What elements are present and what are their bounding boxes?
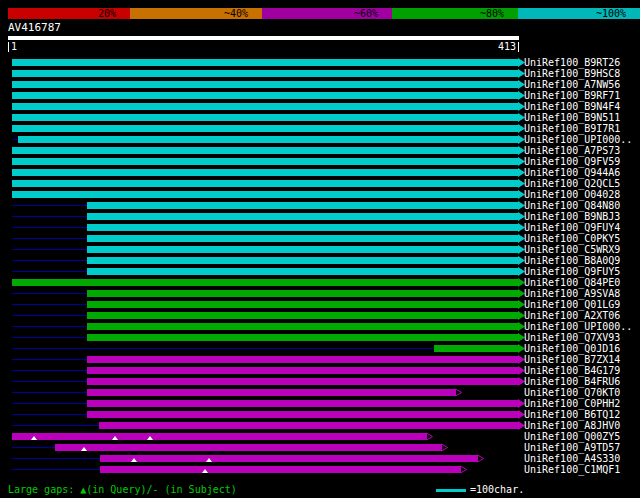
hit-bar[interactable] — [87, 334, 518, 341]
hit-label: UniRef100_Q01LG9 — [524, 299, 620, 310]
hit-bar[interactable] — [87, 301, 518, 308]
alignment-row: UniRef100_B4FRU6 — [0, 376, 640, 387]
hit-label: UniRef100_Q9FUY4 — [524, 222, 620, 233]
hit-label: UniRef100_Q70KT0 — [524, 387, 620, 398]
hit-arrow-icon — [477, 454, 485, 463]
gap-marker-icon — [147, 436, 153, 440]
unaligned-query-line — [12, 260, 87, 261]
hit-bar[interactable] — [12, 81, 518, 88]
alignment-overview-screen: 20%~40%~60%~80%~100% AV416787 1 413 UniR… — [0, 0, 640, 498]
hit-bar[interactable] — [87, 246, 518, 253]
unaligned-query-line — [12, 458, 100, 459]
unaligned-query-line — [12, 293, 87, 294]
gap-marker-icon — [112, 436, 118, 440]
alignment-row: UniRef100_Q9FUY4 — [0, 222, 640, 233]
hit-label: UniRef100_A7NW56 — [524, 79, 620, 90]
hit-label: UniRef100_B9RF71 — [524, 90, 620, 101]
hit-label: UniRef100_UPI000.. — [524, 321, 632, 332]
hit-bar[interactable] — [87, 224, 518, 231]
hit-bar[interactable] — [100, 455, 477, 462]
hit-label: UniRef100_Q7XV93 — [524, 332, 620, 343]
hit-bar[interactable] — [12, 180, 518, 187]
alignment-row: UniRef100_A7PS73 — [0, 145, 640, 156]
alignment-row: UniRef100_C0PHH2 — [0, 398, 640, 409]
hit-bar[interactable] — [12, 279, 518, 286]
hit-bar[interactable] — [12, 433, 426, 440]
alignment-row: UniRef100_C5WRX9 — [0, 244, 640, 255]
hit-bar[interactable] — [100, 466, 460, 473]
hit-label: UniRef100_B9RT26 — [524, 57, 620, 68]
unaligned-query-line — [12, 447, 55, 448]
hit-bar[interactable] — [87, 268, 518, 275]
hit-bar[interactable] — [87, 389, 455, 396]
hit-bar[interactable] — [87, 411, 518, 418]
alignment-row: UniRef100_B9RF71 — [0, 90, 640, 101]
hit-label: UniRef100_B9NBJ3 — [524, 211, 620, 222]
alignment-row: UniRef100_Q84N80 — [0, 200, 640, 211]
alignment-row: UniRef100_C1MQF1 — [0, 464, 640, 475]
unaligned-query-line — [12, 238, 87, 239]
hit-bar[interactable] — [12, 59, 518, 66]
scale-segment: ~100% — [518, 8, 640, 19]
hit-bar[interactable] — [12, 158, 518, 165]
alignment-row: UniRef100_B9RT26 — [0, 57, 640, 68]
hit-label: UniRef100_Q2QCL5 — [524, 178, 620, 189]
alignment-row: UniRef100_Q70KT0 — [0, 387, 640, 398]
hit-label: UniRef100_A4S330 — [524, 453, 620, 464]
hit-label: UniRef100_Q00ZY5 — [524, 431, 620, 442]
alignment-row: UniRef100_Q01LG9 — [0, 299, 640, 310]
hit-label: UniRef100_B9I7R1 — [524, 123, 620, 134]
hit-bar[interactable] — [55, 444, 441, 451]
query-name: AV416787 — [8, 22, 61, 33]
unaligned-query-line — [12, 249, 87, 250]
alignment-row: UniRef100_B8A0Q9 — [0, 255, 640, 266]
hit-bar[interactable] — [434, 345, 518, 352]
scale-segment: 20% — [8, 8, 130, 19]
alignment-row: UniRef100_Q84PE0 — [0, 277, 640, 288]
hit-label: UniRef100_A9TD57 — [524, 442, 620, 453]
alignment-row: UniRef100_B4G179 — [0, 365, 640, 376]
hit-bar[interactable] — [12, 92, 518, 99]
hit-label: UniRef100_B7ZX14 — [524, 354, 620, 365]
hit-bar[interactable] — [87, 400, 518, 407]
unaligned-query-line — [12, 326, 87, 327]
alignment-row: UniRef100_Q00ZY5 — [0, 431, 640, 442]
hit-bar[interactable] — [12, 114, 518, 121]
alignment-row: UniRef100_Q7XV93 — [0, 332, 640, 343]
unaligned-query-line — [12, 216, 87, 217]
alignment-row: UniRef100_A9TD57 — [0, 442, 640, 453]
hit-bar[interactable] — [87, 367, 518, 374]
hit-bar[interactable] — [87, 235, 518, 242]
hit-bar[interactable] — [18, 136, 518, 143]
hit-bar[interactable] — [12, 125, 518, 132]
scale-segment: ~40% — [130, 8, 262, 19]
unaligned-query-line — [12, 304, 87, 305]
hit-bar[interactable] — [99, 422, 518, 429]
alignment-row: UniRef100_A4S330 — [0, 453, 640, 464]
hit-bar[interactable] — [87, 290, 518, 297]
hit-bar[interactable] — [12, 169, 518, 176]
hit-bar[interactable] — [87, 213, 518, 220]
hit-bar[interactable] — [87, 378, 518, 385]
hit-label: UniRef100_Q0JD16 — [524, 343, 620, 354]
hit-bar[interactable] — [12, 191, 518, 198]
hit-label: UniRef100_A2XT06 — [524, 310, 620, 321]
hit-bar[interactable] — [12, 147, 518, 154]
hit-bar[interactable] — [87, 257, 518, 264]
unaligned-query-line — [12, 227, 87, 228]
scale-segment-label: ~60% — [354, 8, 392, 19]
hit-bar[interactable] — [12, 103, 518, 110]
hit-bar[interactable] — [87, 202, 518, 209]
alignment-row: UniRef100_UPI000.. — [0, 134, 640, 145]
hit-label: UniRef100_B4FRU6 — [524, 376, 620, 387]
hit-bar[interactable] — [87, 323, 518, 330]
unaligned-query-line — [12, 425, 99, 426]
hit-label: UniRef100_UPI000.. — [524, 134, 632, 145]
hit-bar[interactable] — [87, 312, 518, 319]
alignment-row: UniRef100_B9I7R1 — [0, 123, 640, 134]
hit-bar[interactable] — [87, 356, 518, 363]
hit-bar[interactable] — [12, 70, 518, 77]
alignment-row: UniRef100_A9SVA8 — [0, 288, 640, 299]
hit-arrow-icon — [441, 443, 449, 452]
gap-marker-icon — [31, 436, 37, 440]
